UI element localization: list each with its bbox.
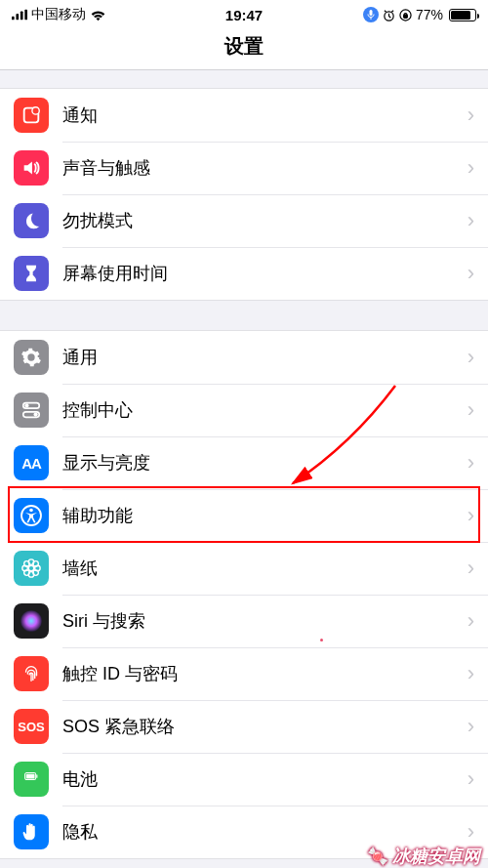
- status-time: 19:47: [225, 7, 263, 23]
- status-right: 77%: [363, 7, 476, 22]
- svg-point-26: [20, 610, 42, 632]
- row-label: 电池: [62, 767, 462, 791]
- row-control-center[interactable]: 控制中心›: [0, 384, 488, 436]
- svg-point-12: [24, 403, 28, 407]
- svg-rect-0: [12, 17, 15, 21]
- sos-icon: SOS: [14, 709, 49, 744]
- status-left: 中国移动: [12, 6, 106, 23]
- group-spacer: [0, 70, 488, 88]
- flower-icon: [14, 551, 49, 586]
- lock-icon: [399, 9, 412, 21]
- row-label: 辅助功能: [62, 504, 462, 527]
- page-header: 设置: [0, 25, 488, 70]
- row-label: 触控 ID 与密码: [62, 662, 462, 685]
- row-display[interactable]: AA显示与亮度›: [0, 436, 488, 489]
- row-wallpaper[interactable]: 墙纸›: [0, 542, 488, 595]
- chevron-right-icon: ›: [462, 397, 474, 423]
- group-spacer: [0, 301, 488, 330]
- row-label: 控制中心: [62, 398, 462, 422]
- fingerprint-icon: [14, 656, 49, 691]
- gear-icon: [14, 340, 49, 375]
- row-sounds[interactable]: 声音与触感›: [0, 142, 488, 194]
- row-label: 隐私: [62, 820, 462, 844]
- chevron-right-icon: ›: [462, 450, 474, 475]
- row-battery[interactable]: 电池›: [0, 753, 488, 806]
- svg-rect-28: [26, 774, 35, 779]
- watermark-text: 冰糖安卓网: [392, 845, 480, 868]
- row-label: SOS 紧急联络: [62, 715, 462, 738]
- status-bar: 中国移动 19:47 77%: [0, 0, 488, 25]
- chevron-right-icon: ›: [462, 103, 474, 128]
- chevron-right-icon: ›: [462, 714, 474, 739]
- signal-icon: [12, 9, 27, 21]
- chevron-right-icon: ›: [462, 155, 474, 181]
- hourglass-icon: [14, 256, 49, 291]
- svg-rect-2: [20, 11, 23, 20]
- dust-dot: [320, 639, 323, 641]
- chevron-right-icon: ›: [462, 503, 474, 528]
- row-label: 声音与触感: [62, 156, 462, 180]
- chevron-right-icon: ›: [462, 661, 474, 686]
- mic-icon: [363, 7, 379, 22]
- row-label: 墙纸: [62, 557, 462, 580]
- switches-icon: [14, 393, 49, 428]
- battery-pct: 77%: [416, 7, 443, 22]
- accessibility-icon: [14, 498, 49, 533]
- row-label: 屏幕使用时间: [62, 262, 462, 285]
- row-notifications[interactable]: 通知›: [0, 89, 488, 142]
- row-label: 勿扰模式: [62, 209, 462, 232]
- chevron-right-icon: ›: [462, 766, 474, 792]
- svg-rect-4: [369, 10, 372, 16]
- settings-group-2: 通用›控制中心›AA显示与亮度›辅助功能›墙纸›Siri 与搜索›触控 ID 与…: [0, 330, 488, 859]
- svg-rect-1: [16, 14, 19, 20]
- chevron-right-icon: ›: [462, 261, 474, 286]
- wifi-icon: [90, 9, 106, 21]
- chevron-right-icon: ›: [462, 819, 474, 845]
- row-label: 显示与亮度: [62, 451, 462, 475]
- svg-rect-3: [24, 10, 27, 21]
- svg-rect-29: [36, 774, 37, 778]
- chevron-right-icon: ›: [462, 208, 474, 233]
- hand-icon: [14, 814, 49, 849]
- chevron-right-icon: ›: [462, 345, 474, 370]
- row-touchid[interactable]: 触控 ID 与密码›: [0, 647, 488, 700]
- alarm-icon: [383, 9, 395, 21]
- aa-icon: AA: [14, 445, 49, 480]
- row-label: 通知: [62, 103, 462, 127]
- svg-point-10: [32, 107, 39, 114]
- row-label: 通用: [62, 346, 462, 369]
- battery-icon: [14, 762, 49, 797]
- row-dnd[interactable]: 勿扰模式›: [0, 194, 488, 247]
- watermark-icon: 🍬: [367, 846, 388, 867]
- svg-point-17: [28, 565, 34, 571]
- settings-group-1: 通知›声音与触感›勿扰模式›屏幕使用时间›: [0, 88, 488, 301]
- svg-point-14: [33, 412, 37, 416]
- row-sos[interactable]: SOSSOS 紧急联络›: [0, 700, 488, 753]
- row-label: Siri 与搜索: [62, 609, 462, 633]
- moon-icon: [14, 203, 49, 238]
- carrier-text: 中国移动: [31, 6, 86, 23]
- row-accessibility[interactable]: 辅助功能›: [0, 489, 488, 542]
- watermark: 🍬 冰糖安卓网: [367, 845, 480, 868]
- battery-icon: [449, 9, 476, 21]
- sound-icon: [14, 150, 49, 186]
- row-general[interactable]: 通用›: [0, 331, 488, 384]
- svg-point-16: [29, 509, 33, 513]
- svg-rect-8: [404, 15, 408, 18]
- notification-icon: [14, 98, 49, 133]
- chevron-right-icon: ›: [462, 608, 474, 634]
- row-screentime[interactable]: 屏幕使用时间›: [0, 247, 488, 300]
- siri-icon: [14, 603, 49, 639]
- chevron-right-icon: ›: [462, 556, 474, 581]
- page-title: 设置: [0, 33, 488, 60]
- row-siri[interactable]: Siri 与搜索›: [0, 595, 488, 647]
